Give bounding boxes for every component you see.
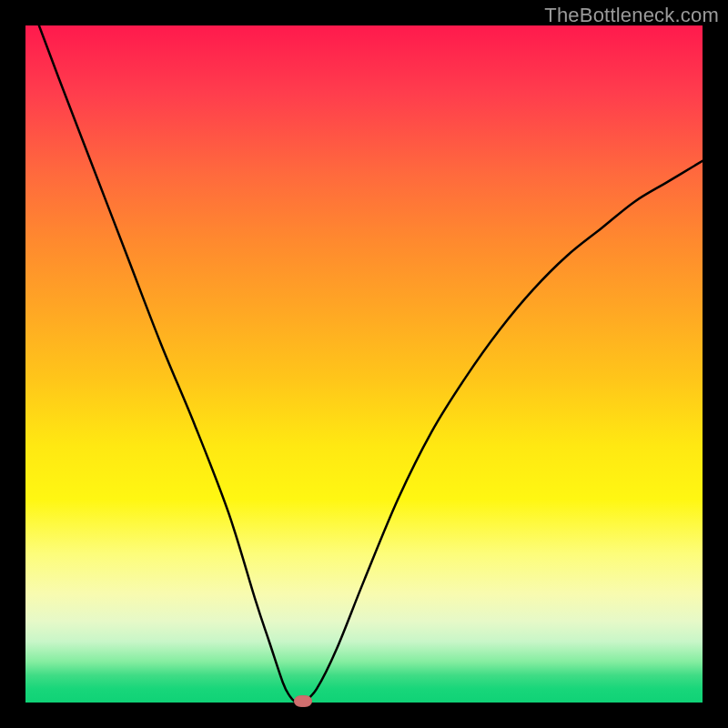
chart-frame: TheBottleneck.com — [0, 0, 728, 728]
plot-area — [25, 25, 703, 703]
bottleneck-curve — [25, 25, 703, 703]
curve-path — [39, 25, 703, 703]
watermark-text: TheBottleneck.com — [544, 4, 719, 27]
optimal-marker — [294, 695, 312, 707]
